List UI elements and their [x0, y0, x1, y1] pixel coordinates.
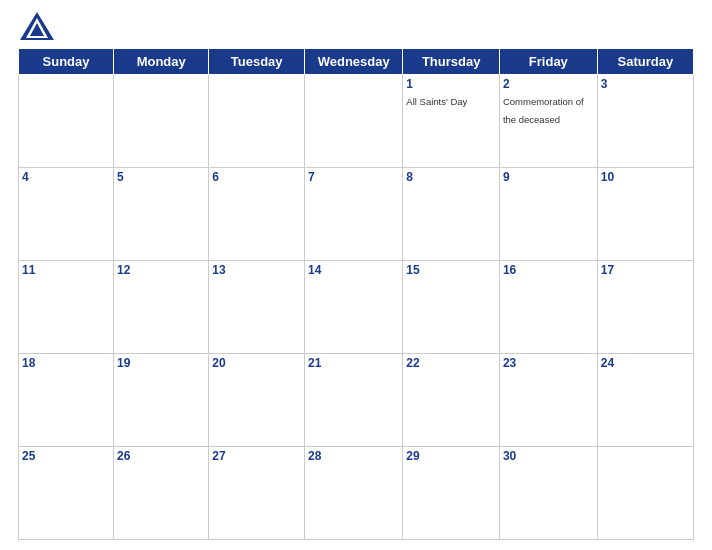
day-number: 17: [601, 263, 690, 277]
calendar-cell: 25: [19, 447, 114, 540]
day-number: 16: [503, 263, 594, 277]
weekday-header-tuesday: Tuesday: [209, 49, 305, 75]
day-number: 5: [117, 170, 205, 184]
day-number: 1: [406, 77, 496, 91]
day-number: 3: [601, 77, 690, 91]
calendar-cell: 10: [597, 168, 693, 261]
calendar-cell: 12: [114, 261, 209, 354]
day-number: 8: [406, 170, 496, 184]
calendar-cell: 11: [19, 261, 114, 354]
day-number: 10: [601, 170, 690, 184]
calendar-cell: 18: [19, 354, 114, 447]
day-number: 15: [406, 263, 496, 277]
calendar-cell: 3: [597, 75, 693, 168]
calendar-week-row: 1All Saints' Day2Commemoration of the de…: [19, 75, 694, 168]
calendar-cell: 30: [499, 447, 597, 540]
day-event: All Saints' Day: [406, 96, 467, 107]
calendar-cell: 5: [114, 168, 209, 261]
day-number: 23: [503, 356, 594, 370]
calendar-cell: 14: [305, 261, 403, 354]
calendar-cell: 1All Saints' Day: [403, 75, 500, 168]
logo-icon: [18, 10, 56, 42]
calendar-cell: 9: [499, 168, 597, 261]
day-number: 2: [503, 77, 594, 91]
day-number: 20: [212, 356, 301, 370]
calendar-cell: 7: [305, 168, 403, 261]
calendar-header: [18, 10, 694, 42]
day-number: 26: [117, 449, 205, 463]
day-number: 22: [406, 356, 496, 370]
weekday-header-thursday: Thursday: [403, 49, 500, 75]
weekday-header-row: SundayMondayTuesdayWednesdayThursdayFrid…: [19, 49, 694, 75]
calendar-cell: [305, 75, 403, 168]
day-number: 30: [503, 449, 594, 463]
weekday-header-wednesday: Wednesday: [305, 49, 403, 75]
day-number: 9: [503, 170, 594, 184]
weekday-header-friday: Friday: [499, 49, 597, 75]
calendar-cell: [114, 75, 209, 168]
calendar-cell: 28: [305, 447, 403, 540]
calendar-cell: [597, 447, 693, 540]
calendar-week-row: 252627282930: [19, 447, 694, 540]
calendar-table: SundayMondayTuesdayWednesdayThursdayFrid…: [18, 48, 694, 540]
calendar-cell: 15: [403, 261, 500, 354]
day-number: 14: [308, 263, 399, 277]
day-number: 24: [601, 356, 690, 370]
weekday-header-saturday: Saturday: [597, 49, 693, 75]
calendar-cell: 27: [209, 447, 305, 540]
day-number: 6: [212, 170, 301, 184]
calendar-cell: 2Commemoration of the deceased: [499, 75, 597, 168]
calendar-cell: 24: [597, 354, 693, 447]
calendar-cell: 13: [209, 261, 305, 354]
day-number: 27: [212, 449, 301, 463]
calendar-cell: [19, 75, 114, 168]
day-number: 28: [308, 449, 399, 463]
calendar-cell: 22: [403, 354, 500, 447]
day-number: 11: [22, 263, 110, 277]
calendar-cell: 16: [499, 261, 597, 354]
day-number: 25: [22, 449, 110, 463]
calendar-week-row: 11121314151617: [19, 261, 694, 354]
day-number: 19: [117, 356, 205, 370]
calendar-cell: 29: [403, 447, 500, 540]
day-number: 12: [117, 263, 205, 277]
calendar-cell: 26: [114, 447, 209, 540]
calendar-week-row: 45678910: [19, 168, 694, 261]
day-number: 13: [212, 263, 301, 277]
calendar-cell: 23: [499, 354, 597, 447]
day-number: 21: [308, 356, 399, 370]
day-number: 18: [22, 356, 110, 370]
calendar-cell: 17: [597, 261, 693, 354]
calendar-week-row: 18192021222324: [19, 354, 694, 447]
calendar-cell: 6: [209, 168, 305, 261]
day-number: 29: [406, 449, 496, 463]
weekday-header-monday: Monday: [114, 49, 209, 75]
calendar-cell: 19: [114, 354, 209, 447]
calendar-cell: 8: [403, 168, 500, 261]
weekday-header-sunday: Sunday: [19, 49, 114, 75]
calendar-cell: [209, 75, 305, 168]
calendar-cell: 4: [19, 168, 114, 261]
day-number: 7: [308, 170, 399, 184]
calendar-cell: 21: [305, 354, 403, 447]
logo: [18, 10, 60, 42]
calendar-cell: 20: [209, 354, 305, 447]
day-event: Commemoration of the deceased: [503, 96, 584, 125]
day-number: 4: [22, 170, 110, 184]
